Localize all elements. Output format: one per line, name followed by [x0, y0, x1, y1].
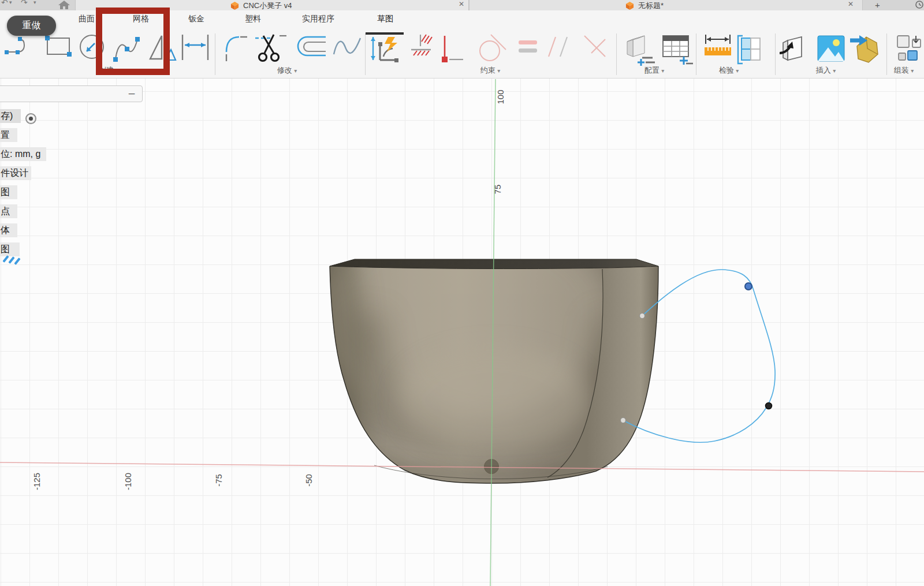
- browser-item-part-design[interactable]: 件设计: [0, 166, 31, 180]
- new-tab-button[interactable]: +: [875, 0, 880, 10]
- insert-derive-icon[interactable]: [778, 33, 808, 66]
- home-icon[interactable]: [58, 1, 70, 9]
- browser-header[interactable]: [0, 85, 143, 102]
- rectangle-tool-icon[interactable]: [44, 33, 73, 62]
- configure-feature-icon[interactable]: [625, 33, 655, 66]
- group-label-text: 检验: [719, 66, 734, 74]
- dimension-tool-icon[interactable]: [179, 33, 211, 62]
- redo-tooltip: 重做: [7, 16, 56, 36]
- group-divider: [696, 33, 696, 75]
- group-label-text: 配置: [644, 66, 660, 74]
- group-divider: [365, 33, 366, 75]
- document-tab-title: 无标题*: [638, 1, 664, 11]
- browser-item-origin[interactable]: 点: [0, 204, 17, 218]
- close-tab-icon[interactable]: ✕: [459, 0, 464, 8]
- document-tab-2[interactable]: 无标题* ✕: [469, 0, 863, 10]
- fusion360-app: { "window_tabs": { "tabs": [ { "title": …: [0, 0, 924, 586]
- group-divider: [616, 33, 617, 75]
- ribbon-tab-utilities[interactable]: 实用程序: [302, 14, 334, 27]
- group-label-text: 约束: [480, 66, 495, 74]
- history-clock-icon[interactable]: [915, 1, 924, 9]
- chevron-down-icon: ▾: [736, 68, 739, 74]
- perpendicular-constraint-icon[interactable]: [582, 33, 610, 61]
- vertical-constraint-icon[interactable]: [437, 33, 465, 65]
- redo-tooltip-label: 重做: [23, 20, 41, 32]
- sketch-line-tool-icon[interactable]: [5, 33, 35, 62]
- section-analysis-icon[interactable]: [737, 33, 762, 66]
- group-label-insert[interactable]: 插入 ▾: [816, 65, 836, 76]
- equal-constraint-icon[interactable]: [517, 33, 538, 59]
- trim-tool-icon[interactable]: [254, 33, 290, 66]
- sketch-dimension-icon[interactable]: [368, 33, 402, 65]
- ribbon-tab-sheetmetal[interactable]: 钣金: [188, 14, 204, 27]
- browser-item-bodies[interactable]: 体: [0, 223, 17, 237]
- assemble-new-component-icon[interactable]: [895, 33, 924, 66]
- browser-item-document-root[interactable]: 存): [0, 109, 21, 123]
- undo-icon[interactable]: ↶: [1, 0, 8, 7]
- ribbon-tab-sketch[interactable]: 草图: [377, 14, 393, 27]
- configuration-table-icon[interactable]: [661, 33, 693, 66]
- browser-item-sketches[interactable]: 图: [0, 242, 20, 256]
- group-label-text: 插入: [816, 66, 831, 74]
- group-divider: [886, 33, 887, 75]
- fusion-document-icon: [625, 1, 634, 10]
- chevron-down-icon: ▾: [833, 68, 836, 74]
- insert-canvas-image-icon[interactable]: [817, 33, 845, 64]
- fix-constraint-icon[interactable]: [405, 33, 435, 65]
- offset-tool-icon[interactable]: [295, 33, 328, 61]
- browser-collapse-button[interactable]: –: [126, 87, 137, 100]
- viewport-canvas[interactable]: [0, 78, 924, 586]
- browser-item-units[interactable]: 位: mm, g: [0, 147, 46, 161]
- fusion-document-icon: [230, 1, 239, 10]
- group-label-constraints[interactable]: 约束 ▾: [480, 65, 501, 76]
- ribbon-tab-plastic[interactable]: 塑料: [245, 14, 261, 27]
- browser-item-document-settings[interactable]: 置: [0, 128, 17, 142]
- tangent-constraint-icon[interactable]: [476, 33, 508, 64]
- group-divider: [215, 33, 215, 75]
- group-label-modify[interactable]: 修改 ▾: [277, 65, 297, 76]
- ribbon-tab-surface[interactable]: 曲面: [79, 14, 95, 27]
- insert-mesh-icon[interactable]: [849, 33, 880, 66]
- undo-dropdown-icon[interactable]: ▾: [9, 0, 12, 5]
- group-label-text: 组装: [894, 66, 909, 74]
- chevron-down-icon: ▾: [661, 68, 664, 74]
- annotation-highlight-box: [96, 8, 170, 75]
- chevron-down-icon: ▾: [294, 68, 297, 74]
- chevron-down-icon: ▾: [497, 68, 500, 74]
- group-label-inspect[interactable]: 检验 ▾: [719, 65, 739, 76]
- active-component-radio[interactable]: [25, 113, 36, 124]
- group-divider: [775, 33, 776, 75]
- browser-item-named-views[interactable]: 图: [0, 185, 17, 199]
- redo-dropdown-icon[interactable]: ▾: [33, 0, 36, 5]
- fillet-tool-icon[interactable]: [223, 33, 249, 64]
- redo-icon[interactable]: ↷: [21, 0, 28, 7]
- measure-tool-icon[interactable]: [703, 33, 732, 64]
- close-tab-icon[interactable]: ✕: [848, 0, 854, 8]
- chevron-down-icon: ▾: [911, 68, 914, 74]
- document-tab-title: CNC小凳子 v4: [243, 1, 292, 11]
- group-label-text: 修改: [277, 66, 292, 74]
- group-label-configure[interactable]: 配置 ▾: [644, 65, 665, 76]
- parallel-constraint-icon[interactable]: [547, 33, 573, 61]
- curve-tool-icon[interactable]: [331, 33, 363, 62]
- group-label-assemble[interactable]: 组装 ▾: [894, 65, 914, 76]
